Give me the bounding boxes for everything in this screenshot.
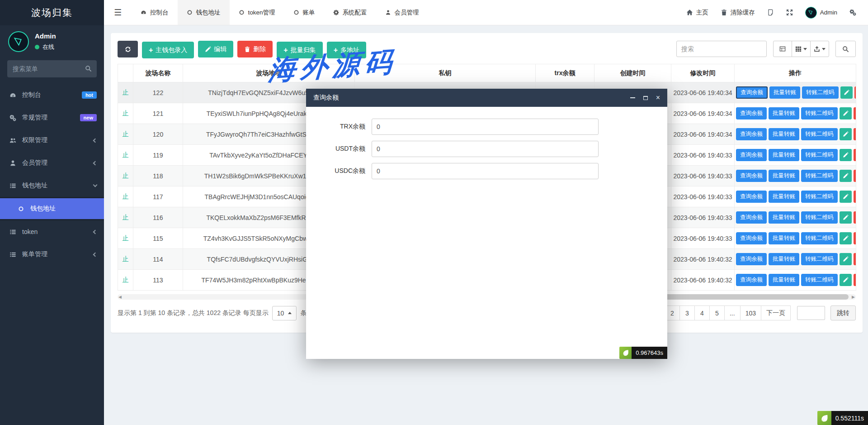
next-page-button[interactable]: 下一页 xyxy=(761,306,791,320)
status-link[interactable]: 止 xyxy=(123,151,129,158)
tab-token[interactable]: token管理 xyxy=(230,0,284,25)
export-button[interactable] xyxy=(810,41,829,57)
transfer-qrcode-button[interactable]: 转账二维码 xyxy=(801,191,838,203)
batch-transfer-button[interactable]: 批量转账 xyxy=(769,232,799,244)
query-balance-button[interactable]: 查询余额 xyxy=(736,107,767,119)
sidebar-item-wallet-address[interactable]: 钱包地址 xyxy=(0,174,104,197)
maximize-icon[interactable] xyxy=(643,95,648,101)
sidebar-item-general[interactable]: 常规管理new xyxy=(0,106,104,129)
batch-transfer-button[interactable]: 批量转账 xyxy=(769,149,799,161)
sidebar-subitem-wallet-address[interactable]: 钱包地址 xyxy=(0,198,104,219)
status-link[interactable]: 止 xyxy=(123,214,129,221)
batch-collect-button[interactable]: +批量归集 xyxy=(277,42,322,58)
edit-row-button[interactable] xyxy=(840,253,852,265)
batch-transfer-button[interactable]: 批量转账 xyxy=(769,253,799,265)
menu-search-input[interactable] xyxy=(7,60,97,77)
refresh-button[interactable] xyxy=(118,41,138,57)
sidebar-item-billing[interactable]: 账单管理 xyxy=(0,243,104,266)
status-link[interactable]: 止 xyxy=(123,110,129,117)
batch-transfer-button[interactable]: 批量转账 xyxy=(769,170,799,182)
edit-button[interactable]: 编辑 xyxy=(198,41,233,57)
detail-view-button[interactable] xyxy=(773,41,792,57)
query-balance-button[interactable]: 查询余额 xyxy=(736,149,767,161)
scroll-right-icon[interactable]: ▶ xyxy=(852,295,855,299)
search-button[interactable] xyxy=(835,41,856,57)
transfer-qrcode-button[interactable]: 转账二维码 xyxy=(801,274,838,286)
query-balance-button[interactable]: 查询余额 xyxy=(736,274,767,286)
page-refresh-button[interactable] xyxy=(767,9,774,16)
status-link[interactable]: 止 xyxy=(123,193,129,200)
batch-transfer-button[interactable]: 批量转账 xyxy=(769,86,800,99)
batch-transfer-button[interactable]: 批量转账 xyxy=(769,107,799,119)
query-balance-button[interactable]: 查询余额 xyxy=(736,86,768,99)
page-button[interactable]: 103 xyxy=(740,306,761,320)
query-balance-button[interactable]: 查询余额 xyxy=(736,170,767,182)
edit-row-button[interactable] xyxy=(840,191,852,203)
columns-button[interactable] xyxy=(792,41,811,57)
clear-cache-link[interactable]: 清除缓存 xyxy=(721,9,755,17)
status-link[interactable]: 止 xyxy=(123,89,129,96)
delete-row-button[interactable] xyxy=(854,211,856,224)
page-button[interactable]: 3 xyxy=(679,306,695,320)
batch-transfer-button[interactable]: 批量转账 xyxy=(769,274,799,286)
close-icon[interactable]: × xyxy=(656,95,660,101)
delete-row-button[interactable] xyxy=(854,232,856,244)
tab-wallet-address[interactable]: 钱包地址 xyxy=(178,0,230,25)
status-link[interactable]: 止 xyxy=(123,172,129,179)
settings-button[interactable] xyxy=(849,9,856,16)
edit-row-button[interactable] xyxy=(840,86,853,99)
transfer-qrcode-button[interactable]: 转账二维码 xyxy=(801,232,838,244)
tab-billing[interactable]: 账单 xyxy=(284,0,324,25)
admin-user-menu[interactable]: Admin xyxy=(805,7,837,19)
sidebar-item-permissions[interactable]: 权限管理 xyxy=(0,129,104,152)
batch-transfer-button[interactable]: 批量转账 xyxy=(769,128,799,140)
batch-transfer-button[interactable]: 批量转账 xyxy=(769,191,799,203)
query-balance-button[interactable]: 查询余额 xyxy=(736,191,767,203)
jump-button[interactable]: 跳转 xyxy=(830,306,856,320)
delete-button[interactable]: 删除 xyxy=(237,41,273,57)
tab-members[interactable]: 会员管理 xyxy=(376,0,428,25)
modal-header[interactable]: 查询余额 × xyxy=(306,89,667,107)
delete-row-button[interactable] xyxy=(854,253,856,265)
edit-row-button[interactable] xyxy=(840,107,852,119)
sidebar-item-token[interactable]: token xyxy=(0,220,104,243)
delete-row-button[interactable] xyxy=(854,107,856,119)
page-size-select[interactable]: 10 xyxy=(272,306,297,320)
edit-row-button[interactable] xyxy=(840,128,852,140)
delete-row-button[interactable] xyxy=(854,170,856,182)
page-button[interactable]: 4 xyxy=(694,306,710,320)
edit-row-button[interactable] xyxy=(840,232,852,244)
trx-balance-field[interactable] xyxy=(372,119,599,135)
delete-row-button[interactable] xyxy=(854,149,856,161)
query-balance-button[interactable]: 查询余额 xyxy=(736,253,767,265)
edit-row-button[interactable] xyxy=(840,149,852,161)
transfer-qrcode-button[interactable]: 转账二维码 xyxy=(801,128,838,140)
home-link[interactable]: 主页 xyxy=(686,9,708,17)
tab-dashboard[interactable]: 控制台 xyxy=(132,0,178,25)
scroll-left-icon[interactable]: ◀ xyxy=(118,295,122,299)
status-link[interactable]: 止 xyxy=(123,255,129,263)
status-link[interactable]: 止 xyxy=(123,234,129,242)
minimize-icon[interactable] xyxy=(630,95,635,101)
delete-row-button[interactable] xyxy=(854,274,856,286)
delete-row-button[interactable] xyxy=(854,128,856,140)
usdt-balance-field[interactable] xyxy=(372,141,599,157)
add-main-wallet-button[interactable]: +主钱包录入 xyxy=(142,42,194,58)
status-link[interactable]: 止 xyxy=(123,276,129,283)
transfer-qrcode-button[interactable]: 转账二维码 xyxy=(801,253,838,265)
edit-row-button[interactable] xyxy=(840,274,852,286)
sidebar-item-members[interactable]: 会员管理 xyxy=(0,152,104,174)
page-button[interactable]: 5 xyxy=(709,306,725,320)
query-balance-button[interactable]: 查询余额 xyxy=(736,232,767,244)
jump-page-input[interactable] xyxy=(797,306,825,320)
delete-row-button[interactable] xyxy=(854,86,856,99)
usdc-balance-field[interactable] xyxy=(372,163,599,179)
transfer-qrcode-button[interactable]: 转账二维码 xyxy=(801,149,838,161)
query-balance-button[interactable]: 查询余额 xyxy=(736,211,767,224)
transfer-qrcode-button[interactable]: 转账二维码 xyxy=(802,86,839,99)
query-balance-button[interactable]: 查询余额 xyxy=(736,128,767,140)
table-search-input[interactable] xyxy=(676,41,767,57)
edit-row-button[interactable] xyxy=(840,211,852,224)
transfer-qrcode-button[interactable]: 转账二维码 xyxy=(801,170,838,182)
batch-transfer-button[interactable]: 批量转账 xyxy=(769,211,799,224)
